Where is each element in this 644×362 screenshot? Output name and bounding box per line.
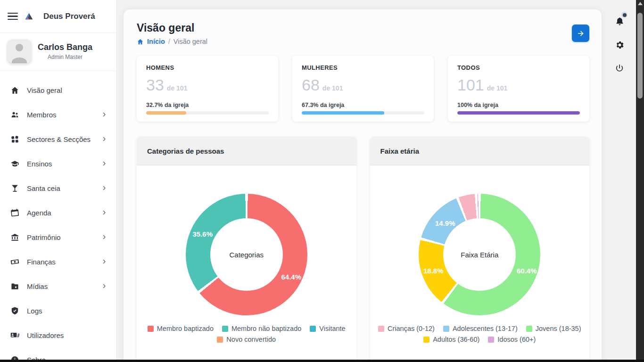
legend-label: Jovens (18-35): [536, 325, 581, 332]
progress-bar: [146, 111, 269, 115]
legend-label: Idosos (60+): [497, 336, 536, 343]
charts-row: Categorias de pessoas Categorias 64.4%35…: [137, 137, 589, 362]
sidebar-item-santa-ceia[interactable]: Santa ceia: [0, 176, 116, 200]
sidebar-item-label: Visão geral: [27, 86, 107, 94]
breadcrumb-separator: /: [168, 38, 170, 45]
chevron-right-icon: [101, 112, 107, 117]
doughnut-chart-faixa-etaria[interactable]: Faixa Etária 60.4%18.8%14.9%: [419, 194, 540, 315]
doughnut-chart-categorias[interactable]: Categorias 64.4%35.6%: [186, 194, 307, 315]
right-rail: [603, 0, 636, 362]
progress-bar: [457, 111, 580, 115]
settings-button[interactable]: [612, 38, 627, 52]
chart-card-faixa-etaria: Faixa etária Faixa Etária 60.4%18.8%14.9…: [370, 137, 590, 362]
sidebar-nav: Visão geral Membros Sectores & Secções E…: [0, 71, 116, 362]
app-logo-icon: [25, 11, 37, 22]
chevron-right-icon: [101, 210, 107, 215]
power-icon: [615, 64, 624, 73]
sidebar-item-label: Agenda: [27, 209, 94, 217]
stat-label: TODOS: [457, 64, 580, 71]
stat-card-homens: HOMENS 33de 101 32.7% da igreja: [137, 56, 278, 122]
sidebar: Deus Proverá Carlos Banga Admin Master V…: [0, 0, 117, 362]
stat-card-mulheres: MULHERES 68de 101 67.3% da igreja: [292, 56, 434, 122]
hamburger-menu-icon[interactable]: [8, 13, 18, 20]
chart-title: Faixa etária: [380, 147, 420, 155]
legend-item[interactable]: Idosos (60+): [488, 336, 536, 343]
legend-item[interactable]: Membro baptizado: [148, 325, 214, 332]
forward-arrow-button[interactable]: [572, 25, 589, 42]
legend-swatch: [488, 337, 494, 343]
sidebar-item-logs[interactable]: Logs: [0, 298, 116, 323]
sidebar-item-agenda[interactable]: Agenda: [0, 200, 116, 225]
sections-icon: [10, 135, 19, 144]
sidebar-item-patrimonio[interactable]: Patrimônio: [0, 225, 116, 249]
sidebar-item-sectores-seccoes[interactable]: Sectores & Secções: [0, 127, 116, 151]
stat-value: 101: [457, 76, 484, 94]
slice-percentage-label: 60.4%: [517, 267, 537, 275]
legend-label: Membro não baptizado: [231, 325, 301, 332]
slice-percentage-label: 14.9%: [435, 219, 455, 227]
slice-percentage-label: 35.6%: [192, 230, 213, 238]
logout-button[interactable]: [612, 61, 627, 75]
legend-item[interactable]: Crianças (0-12): [378, 325, 435, 332]
app-title: Deus Proverá: [43, 12, 95, 21]
chevron-right-icon: [101, 161, 107, 166]
home-icon: [10, 86, 19, 95]
legend-swatch: [423, 337, 429, 343]
sidebar-item-membros[interactable]: Membros: [0, 102, 116, 127]
notifications-button[interactable]: [612, 14, 627, 28]
stat-note: 32.7% da igreja: [146, 102, 269, 108]
vertical-scrollbar[interactable]: [636, 0, 644, 362]
stat-label: HOMENS: [146, 64, 269, 71]
graduation-icon: [10, 159, 19, 168]
chevron-right-icon: [101, 259, 107, 264]
legend-swatch: [217, 337, 223, 343]
sidebar-item-utilizadores[interactable]: Utilizadores: [0, 323, 116, 347]
legend-item[interactable]: Membro não baptizado: [222, 325, 301, 332]
legend-item[interactable]: Adultos (36-60): [423, 336, 479, 343]
id-card-icon: [10, 331, 19, 340]
folder-icon: [10, 282, 19, 291]
breadcrumb-home-icon[interactable]: [137, 38, 144, 45]
arrow-right-icon: [577, 29, 585, 38]
scrollbar-up-arrow[interactable]: [638, 2, 643, 5]
sidebar-item-midias[interactable]: Mídias: [0, 274, 116, 298]
legend-swatch: [310, 326, 316, 332]
legend-label: Adultos (36-60): [433, 336, 479, 343]
breadcrumb-current: Visão geral: [173, 38, 207, 45]
user-profile[interactable]: Carlos Banga Admin Master: [0, 33, 116, 71]
breadcrumb-link-inicio[interactable]: Início: [147, 38, 165, 45]
chevron-right-icon: [101, 283, 107, 289]
chevron-right-icon: [101, 234, 107, 240]
stat-card-todos: TODOS 101de 101 100% da igreja: [448, 56, 589, 122]
banknote-icon: [10, 257, 19, 266]
sidebar-item-ensinos[interactable]: Ensinos: [0, 151, 116, 176]
chevron-right-icon: [101, 136, 107, 142]
calendar-icon: [10, 208, 19, 217]
sidebar-item-financas[interactable]: Finanças: [0, 249, 116, 274]
sidebar-item-label: Utilizadores: [27, 331, 107, 339]
legend-item[interactable]: Visitante: [310, 325, 345, 332]
chevron-right-icon: [101, 185, 107, 191]
legend-label: Crianças (0-12): [388, 325, 435, 332]
legend-item[interactable]: Jovens (18-35): [526, 325, 581, 332]
gear-icon: [615, 40, 625, 50]
user-role: Admin Master: [38, 54, 92, 60]
people-icon: [10, 110, 19, 119]
slice-percentage-label: 18.8%: [423, 267, 444, 275]
sidebar-item-visao-geral[interactable]: Visão geral: [0, 78, 116, 102]
chart-legend: Membro baptizadoMembro não baptizadoVisi…: [141, 325, 352, 343]
page-title: Visão geral: [137, 22, 207, 34]
legend-item[interactable]: Novo convertido: [217, 336, 276, 343]
sidebar-item-label: Finanças: [27, 258, 94, 266]
stat-suffix: de 101: [322, 84, 343, 92]
stat-label: MULHERES: [302, 64, 424, 71]
legend-item[interactable]: Adolescentes (13-17): [443, 325, 518, 332]
sidebar-item-label: Santa ceia: [27, 184, 94, 192]
sidebar-item-label: Membros: [27, 111, 94, 119]
sidebar-header: Deus Proverá: [0, 0, 116, 33]
sidebar-item-label: Logs: [27, 307, 107, 315]
legend-label: Visitante: [319, 325, 345, 332]
chart-title: Categorias de pessoas: [147, 147, 224, 155]
chart-legend: Crianças (0-12)Adolescentes (13-17)Joven…: [375, 325, 585, 343]
scrollbar-thumb[interactable]: [637, 13, 643, 99]
